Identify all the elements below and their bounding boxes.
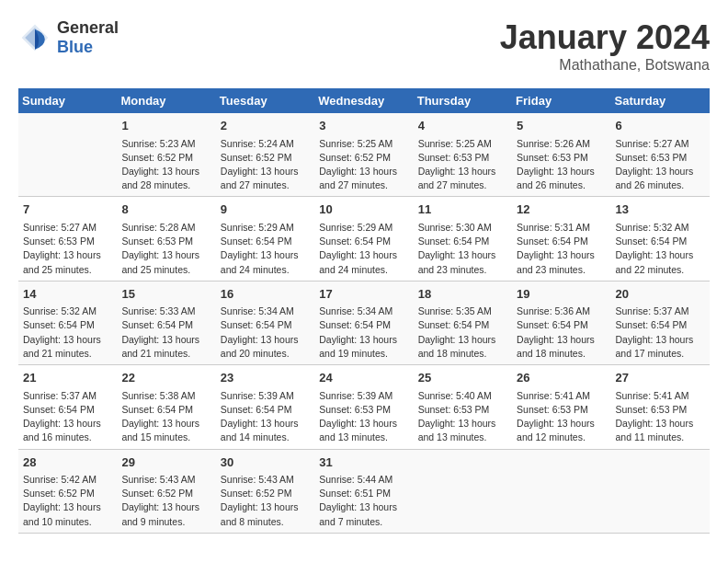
day-number: 19 — [517, 285, 606, 304]
calendar-cell: 16Sunrise: 5:34 AMSunset: 6:54 PMDayligh… — [216, 281, 314, 364]
day-info: Sunrise: 5:24 AMSunset: 6:52 PMDaylight:… — [221, 137, 310, 193]
day-info: Sunrise: 5:28 AMSunset: 6:53 PMDaylight:… — [121, 221, 210, 277]
calendar-cell: 21Sunrise: 5:37 AMSunset: 6:54 PMDayligh… — [18, 365, 117, 449]
calendar-cell: 9Sunrise: 5:29 AMSunset: 6:54 PMDaylight… — [216, 197, 314, 281]
day-info: Sunrise: 5:43 AMSunset: 6:52 PMDaylight:… — [221, 473, 310, 529]
calendar-cell — [414, 449, 512, 533]
day-info: Sunrise: 5:37 AMSunset: 6:54 PMDaylight:… — [23, 389, 112, 445]
week-row-1: 1Sunrise: 5:23 AMSunset: 6:52 PMDaylight… — [18, 113, 710, 197]
day-number: 8 — [121, 201, 210, 219]
day-info: Sunrise: 5:43 AMSunset: 6:52 PMDaylight:… — [121, 473, 210, 529]
day-info: Sunrise: 5:25 AMSunset: 6:52 PMDaylight:… — [319, 137, 408, 193]
calendar-cell: 25Sunrise: 5:40 AMSunset: 6:53 PMDayligh… — [414, 365, 512, 449]
day-number: 25 — [418, 369, 507, 387]
day-info: Sunrise: 5:34 AMSunset: 6:54 PMDaylight:… — [221, 304, 310, 361]
calendar-cell: 18Sunrise: 5:35 AMSunset: 6:54 PMDayligh… — [414, 281, 512, 364]
day-info: Sunrise: 5:27 AMSunset: 6:53 PMDaylight:… — [616, 137, 705, 193]
calendar-cell: 24Sunrise: 5:39 AMSunset: 6:53 PMDayligh… — [314, 365, 413, 449]
day-number: 21 — [23, 369, 112, 387]
page-header: General Blue January 2024 Mathathane, Bo… — [18, 18, 710, 74]
day-info: Sunrise: 5:42 AMSunset: 6:52 PMDaylight:… — [23, 473, 112, 529]
day-number: 16 — [221, 285, 310, 304]
calendar-cell — [512, 449, 610, 533]
weekday-header-tuesday: Tuesday — [216, 88, 314, 113]
calendar-cell: 4Sunrise: 5:25 AMSunset: 6:53 PMDaylight… — [414, 113, 512, 197]
day-info: Sunrise: 5:39 AMSunset: 6:53 PMDaylight:… — [319, 389, 408, 445]
day-info: Sunrise: 5:23 AMSunset: 6:52 PMDaylight:… — [121, 137, 210, 193]
day-number: 31 — [319, 454, 408, 472]
calendar-cell: 14Sunrise: 5:32 AMSunset: 6:54 PMDayligh… — [18, 281, 117, 364]
calendar-cell: 19Sunrise: 5:36 AMSunset: 6:54 PMDayligh… — [512, 281, 610, 364]
calendar-cell: 30Sunrise: 5:43 AMSunset: 6:52 PMDayligh… — [216, 449, 314, 533]
calendar-cell: 13Sunrise: 5:32 AMSunset: 6:54 PMDayligh… — [611, 197, 710, 281]
title-block: January 2024 Mathathane, Botswana — [500, 18, 710, 74]
calendar-cell: 1Sunrise: 5:23 AMSunset: 6:52 PMDaylight… — [117, 113, 215, 197]
calendar-cell: 31Sunrise: 5:44 AMSunset: 6:51 PMDayligh… — [314, 449, 413, 533]
day-info: Sunrise: 5:30 AMSunset: 6:54 PMDaylight:… — [418, 221, 507, 277]
calendar-cell: 22Sunrise: 5:38 AMSunset: 6:54 PMDayligh… — [117, 365, 215, 449]
day-info: Sunrise: 5:31 AMSunset: 6:54 PMDaylight:… — [517, 221, 606, 277]
day-number: 7 — [23, 201, 112, 219]
day-info: Sunrise: 5:29 AMSunset: 6:54 PMDaylight:… — [221, 221, 310, 277]
calendar-cell: 7Sunrise: 5:27 AMSunset: 6:53 PMDaylight… — [18, 197, 117, 281]
day-number: 14 — [23, 285, 112, 304]
day-info: Sunrise: 5:25 AMSunset: 6:53 PMDaylight:… — [418, 137, 507, 193]
weekday-header-monday: Monday — [117, 88, 215, 113]
day-number: 30 — [221, 454, 310, 472]
day-number: 12 — [517, 201, 606, 219]
weekday-header-friday: Friday — [512, 88, 610, 113]
month-year-title: January 2024 — [500, 18, 710, 57]
calendar-cell: 10Sunrise: 5:29 AMSunset: 6:54 PMDayligh… — [314, 197, 413, 281]
calendar-cell: 15Sunrise: 5:33 AMSunset: 6:54 PMDayligh… — [117, 281, 215, 364]
day-number: 17 — [319, 285, 408, 304]
calendar-cell — [611, 449, 710, 533]
day-info: Sunrise: 5:40 AMSunset: 6:53 PMDaylight:… — [418, 389, 507, 445]
day-number: 4 — [418, 117, 507, 135]
weekday-header-row: SundayMondayTuesdayWednesdayThursdayFrid… — [18, 88, 710, 113]
day-info: Sunrise: 5:38 AMSunset: 6:54 PMDaylight:… — [121, 389, 210, 445]
day-number: 9 — [221, 201, 310, 219]
day-info: Sunrise: 5:44 AMSunset: 6:51 PMDaylight:… — [319, 473, 408, 529]
day-number: 3 — [319, 117, 408, 135]
day-number: 23 — [221, 369, 310, 387]
calendar-cell: 2Sunrise: 5:24 AMSunset: 6:52 PMDaylight… — [216, 113, 314, 197]
calendar-table: SundayMondayTuesdayWednesdayThursdayFrid… — [18, 88, 710, 534]
week-row-2: 7Sunrise: 5:27 AMSunset: 6:53 PMDaylight… — [18, 197, 710, 281]
calendar-cell: 29Sunrise: 5:43 AMSunset: 6:52 PMDayligh… — [117, 449, 215, 533]
day-number: 26 — [517, 369, 606, 387]
week-row-5: 28Sunrise: 5:42 AMSunset: 6:52 PMDayligh… — [18, 449, 710, 533]
logo-text: General Blue — [57, 18, 119, 57]
calendar-cell — [18, 113, 117, 197]
week-row-4: 21Sunrise: 5:37 AMSunset: 6:54 PMDayligh… — [18, 365, 710, 449]
calendar-cell: 20Sunrise: 5:37 AMSunset: 6:54 PMDayligh… — [611, 281, 710, 364]
day-number: 27 — [616, 369, 705, 387]
calendar-cell: 12Sunrise: 5:31 AMSunset: 6:54 PMDayligh… — [512, 197, 610, 281]
calendar-cell: 11Sunrise: 5:30 AMSunset: 6:54 PMDayligh… — [414, 197, 512, 281]
calendar-cell: 26Sunrise: 5:41 AMSunset: 6:53 PMDayligh… — [512, 365, 610, 449]
weekday-header-thursday: Thursday — [414, 88, 512, 113]
day-info: Sunrise: 5:39 AMSunset: 6:54 PMDaylight:… — [221, 389, 310, 445]
calendar-cell: 28Sunrise: 5:42 AMSunset: 6:52 PMDayligh… — [18, 449, 117, 533]
day-info: Sunrise: 5:32 AMSunset: 6:54 PMDaylight:… — [616, 221, 705, 277]
weekday-header-wednesday: Wednesday — [314, 88, 413, 113]
day-info: Sunrise: 5:41 AMSunset: 6:53 PMDaylight:… — [517, 389, 606, 445]
weekday-header-saturday: Saturday — [611, 88, 710, 113]
day-number: 5 — [517, 117, 606, 135]
day-number: 28 — [23, 454, 112, 472]
day-number: 11 — [418, 201, 507, 219]
day-number: 6 — [616, 117, 705, 135]
day-number: 2 — [221, 117, 310, 135]
calendar-cell: 3Sunrise: 5:25 AMSunset: 6:52 PMDaylight… — [314, 113, 413, 197]
calendar-cell: 8Sunrise: 5:28 AMSunset: 6:53 PMDaylight… — [117, 197, 215, 281]
day-number: 10 — [319, 201, 408, 219]
day-info: Sunrise: 5:41 AMSunset: 6:53 PMDaylight:… — [616, 389, 705, 445]
day-info: Sunrise: 5:27 AMSunset: 6:53 PMDaylight:… — [23, 221, 112, 277]
calendar-cell: 17Sunrise: 5:34 AMSunset: 6:54 PMDayligh… — [314, 281, 413, 364]
calendar-cell: 6Sunrise: 5:27 AMSunset: 6:53 PMDaylight… — [611, 113, 710, 197]
day-info: Sunrise: 5:37 AMSunset: 6:54 PMDaylight:… — [616, 304, 705, 361]
day-info: Sunrise: 5:35 AMSunset: 6:54 PMDaylight:… — [418, 304, 507, 361]
weekday-header-sunday: Sunday — [18, 88, 117, 113]
day-number: 24 — [319, 369, 408, 387]
logo: General Blue — [18, 18, 119, 57]
day-number: 1 — [121, 117, 210, 135]
